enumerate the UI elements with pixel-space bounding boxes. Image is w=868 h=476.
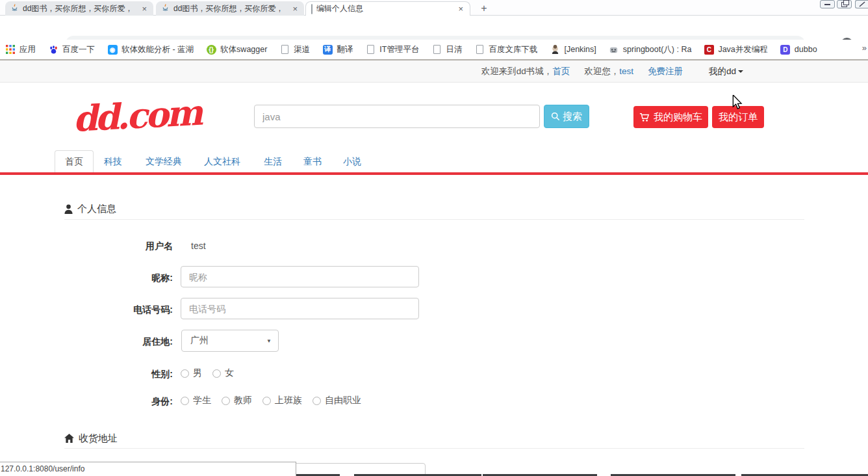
- dubbo-icon: D: [780, 44, 791, 55]
- bookmark-jenkins[interactable]: [Jenkins]: [550, 44, 596, 55]
- radio-icon[interactable]: [212, 369, 221, 378]
- bookmark-apps[interactable]: 应用: [5, 44, 36, 55]
- nav-link-literature[interactable]: 文学经典: [146, 156, 182, 168]
- tab-title: dd图书，买你所想，买你所爱，: [23, 3, 136, 14]
- close-icon: [859, 1, 865, 7]
- minimize-icon: [824, 4, 830, 5]
- bookmark-lanhu[interactable]: ◉ 软体效能分析 - 蓝湖: [107, 44, 194, 55]
- username-label: 用户名: [62, 241, 173, 252]
- nav-accent-line: [0, 172, 868, 175]
- bookmark-it-platform[interactable]: IT管理平台: [365, 44, 419, 55]
- my-dd-dropdown[interactable]: 我的dd: [709, 66, 743, 77]
- bookmark-baidu-wenku[interactable]: 百度文库下载: [474, 44, 537, 55]
- page-icon: [474, 44, 485, 55]
- gender-option-female[interactable]: 女: [212, 367, 234, 379]
- bookmarks-bar: 应用 百度一下 ◉ 软体效能分析 - 蓝湖 {} 软体swagger 渠道 译 …: [0, 40, 868, 59]
- browser-tab-2[interactable]: dd图书，买你所想，买你所爱， ×: [156, 1, 304, 16]
- identity-option-freelancer[interactable]: 自由职业: [313, 395, 361, 406]
- radio-icon[interactable]: [181, 397, 189, 405]
- window-close-button[interactable]: [855, 0, 868, 8]
- lanhu-icon: ◉: [107, 44, 118, 55]
- jenkins-butler-icon: [550, 44, 560, 55]
- tab-title: 编辑个人信息: [316, 3, 453, 14]
- phone-input[interactable]: [181, 298, 419, 319]
- city-selected-value: 广州: [190, 335, 209, 347]
- nav-link-tech[interactable]: 科技: [104, 156, 122, 168]
- tab-close-icon[interactable]: ×: [291, 4, 299, 14]
- identity-radio-group: 学生 教师 上班族 自由职业: [181, 395, 361, 406]
- new-tab-button[interactable]: +: [477, 2, 491, 15]
- bookmark-riqing[interactable]: 日清: [431, 44, 462, 55]
- phone-label: 电话号码:: [62, 304, 173, 316]
- identity-option-student[interactable]: 学生: [181, 395, 211, 406]
- java-favicon: [10, 3, 19, 14]
- browser-chrome: dd图书，买你所想，买你所爱， × dd图书，买你所想，买你所爱， × 编辑个人…: [0, 0, 868, 60]
- search-icon: [551, 112, 560, 121]
- page-icon: [279, 44, 290, 55]
- nav-tab-home[interactable]: 首页: [55, 150, 94, 172]
- bookmark-baidu[interactable]: 百度一下: [48, 44, 95, 55]
- gender-label: 性别:: [62, 369, 173, 380]
- tab-close-icon[interactable]: ×: [140, 4, 148, 14]
- welcome-text: 欢迎来到dd书城，首页: [481, 66, 570, 77]
- home-link[interactable]: 首页: [552, 66, 570, 76]
- nav-link-humanities[interactable]: 人文社科: [204, 156, 240, 168]
- bookmark-translate[interactable]: 译 翻译: [322, 44, 353, 55]
- bookmarks-overflow-chevron[interactable]: »: [862, 43, 867, 53]
- city-select[interactable]: 广州 ▼: [181, 330, 279, 352]
- select-caret-icon: ▼: [266, 338, 272, 344]
- greet-text: 欢迎您，test: [584, 66, 633, 77]
- page-icon: [431, 44, 442, 55]
- mouse-cursor: [732, 95, 743, 113]
- red-c-icon: C: [704, 44, 714, 55]
- register-link[interactable]: 免费注册: [648, 66, 683, 76]
- swagger-icon: {}: [206, 44, 216, 55]
- city-label: 居住地:: [62, 336, 173, 348]
- robot-icon: [609, 44, 619, 55]
- search-button[interactable]: 搜索: [544, 105, 589, 128]
- radio-icon[interactable]: [313, 397, 321, 405]
- nav-link-children[interactable]: 童书: [303, 156, 322, 168]
- radio-icon[interactable]: [181, 369, 189, 378]
- identity-option-teacher[interactable]: 教师: [222, 395, 252, 406]
- radio-icon[interactable]: [262, 397, 271, 405]
- window-restore-button[interactable]: [837, 0, 852, 8]
- bookmark-dubbo[interactable]: D dubbo: [780, 44, 817, 55]
- identity-option-worker[interactable]: 上班族: [262, 395, 302, 406]
- status-url-bubble: 127.0.0.1:8080/user/info: [0, 462, 296, 476]
- nickname-input[interactable]: [181, 266, 419, 287]
- cart-button[interactable]: 我的购物车: [633, 106, 708, 128]
- search-input[interactable]: [254, 105, 540, 128]
- profile-section-header: 个人信息: [64, 202, 116, 215]
- window-minimize-button[interactable]: [820, 0, 835, 8]
- nav-link-life[interactable]: 生活: [264, 156, 282, 168]
- tab-close-icon[interactable]: ×: [457, 4, 465, 14]
- translate-icon: 译: [322, 44, 333, 55]
- username-value: test: [191, 241, 206, 251]
- nav-link-novel[interactable]: 小说: [343, 156, 361, 168]
- radio-icon[interactable]: [222, 397, 230, 405]
- username-link[interactable]: test: [619, 66, 633, 76]
- bookmark-springboot[interactable]: springboot(八) : Ra: [609, 44, 692, 55]
- gender-option-male[interactable]: 男: [181, 367, 202, 379]
- cart-icon: [639, 112, 650, 122]
- browser-tab-active[interactable]: 编辑个人信息 ×: [305, 1, 470, 16]
- bookmark-swagger[interactable]: {} 软体swagger: [206, 44, 267, 55]
- site-logo[interactable]: dd.com: [71, 92, 201, 140]
- home-icon: [64, 434, 74, 443]
- bookmark-java-concurrency[interactable]: C Java并发编程: [704, 44, 767, 55]
- default-favicon: [311, 5, 313, 14]
- section-divider: [64, 219, 804, 220]
- baidu-paw-icon: [48, 44, 58, 55]
- address-section-header: 收货地址: [64, 432, 118, 445]
- java-favicon: [161, 3, 170, 14]
- nickname-label: 昵称:: [62, 272, 173, 284]
- site-topbar: 欢迎来到dd书城，首页 欢迎您，test 免费注册 我的dd: [0, 60, 868, 83]
- tab-title: dd图书，买你所想，买你所爱，: [173, 3, 287, 14]
- tab-strip: dd图书，买你所想，买你所爱， × dd图书，买你所想，买你所爱， × 编辑个人…: [0, 0, 868, 16]
- bookmark-qudao[interactable]: 渠道: [279, 44, 310, 55]
- person-icon: [64, 204, 73, 214]
- page-icon: [365, 44, 376, 55]
- browser-tab-1[interactable]: dd图书，买你所想，买你所爱， ×: [5, 1, 153, 16]
- browser-toolbar: ← → ✕ i 127.0.0.1:8080/user/info ☆: [0, 16, 868, 40]
